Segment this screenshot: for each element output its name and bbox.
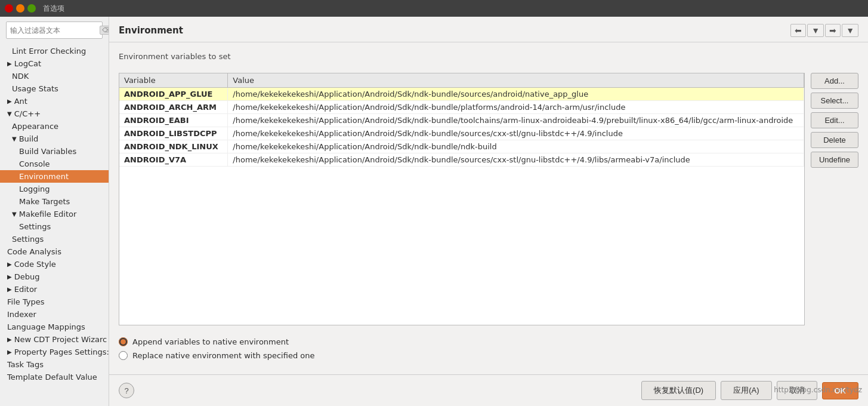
sidebar-item-template-default[interactable]: Template Default Value — [0, 371, 109, 383]
env-table-wrapper: Variable Value ANDROID_APP_GLUE/home/kek… — [119, 73, 805, 325]
sidebar-item-label: Build — [19, 134, 39, 143]
sidebar-item-label: Appearance — [12, 122, 58, 131]
col-header-value: Value — [228, 73, 804, 88]
table-cell-variable: ANDROID_EABI — [119, 114, 228, 127]
sidebar-item-label: Language Mappings — [7, 322, 85, 331]
minimize-button[interactable] — [16, 4, 24, 13]
expand-icon: ▼ — [12, 136, 17, 142]
undefine-button[interactable]: Undefine — [811, 152, 858, 168]
nav-forward-dropdown[interactable]: ▼ — [842, 24, 858, 37]
sidebar-item-property-pages[interactable]: ▶ Property Pages Settings: — [0, 346, 109, 358]
sidebar: ⌫ Lint Error Checking ▶ LogCat NDK Usage… — [0, 17, 109, 406]
sidebar-item-label: Build Variables — [19, 147, 76, 156]
sidebar-item-label: Makefile Editor — [19, 210, 77, 219]
table-cell-value: /home/kekekekekeshi/Application/Android/… — [228, 101, 804, 114]
section-label: Environment variables to set — [119, 52, 858, 61]
add-button[interactable]: Add... — [811, 73, 858, 89]
table-row[interactable]: ANDROID_APP_GLUE/home/kekekekekeshi/Appl… — [119, 88, 804, 101]
env-table: Variable Value ANDROID_APP_GLUE/home/kek… — [119, 73, 804, 167]
select-button[interactable]: Select... — [811, 93, 858, 109]
expand-icon: ▶ — [7, 336, 12, 343]
table-row[interactable]: ANDROID_V7A/home/kekekekekeshi/Applicati… — [119, 153, 804, 167]
table-cell-value: /home/kekekekekeshi/Application/Android/… — [228, 127, 804, 140]
table-cell-variable: ANDROID_NDK_LINUX — [119, 140, 228, 153]
col-header-variable: Variable — [119, 73, 228, 88]
window-controls — [5, 4, 36, 13]
content-area: ⌫ Lint Error Checking ▶ LogCat NDK Usage… — [0, 17, 868, 406]
filter-input[interactable] — [10, 26, 100, 35]
sidebar-item-label: Editor — [14, 285, 37, 294]
sidebar-item-ndk[interactable]: NDK — [0, 70, 109, 82]
table-cell-variable: ANDROID_V7A — [119, 153, 228, 167]
expand-icon: ▶ — [7, 98, 12, 104]
sidebar-item-label: Ant — [14, 97, 27, 106]
sidebar-item-task-tags[interactable]: Task Tags — [0, 358, 109, 371]
table-row[interactable]: ANDROID_NDK_LINUX/home/kekekekekeshi/App… — [119, 140, 804, 153]
sidebar-item-environment[interactable]: Environment — [0, 170, 109, 183]
filter-clear-button[interactable]: ⌫ — [100, 26, 109, 35]
apply-button[interactable]: 应用(A) — [721, 381, 771, 400]
nav-buttons: ⬅ ▼ ➡ ▼ — [790, 24, 858, 37]
table-cell-value: /home/kekekekekeshi/Application/Android/… — [228, 153, 804, 167]
edit-button[interactable]: Edit... — [811, 112, 858, 128]
sidebar-item-code-analysis[interactable]: Code Analysis — [0, 245, 109, 258]
close-button[interactable] — [5, 4, 13, 13]
radio-append-input[interactable] — [119, 337, 128, 346]
sidebar-item-label: Console — [19, 159, 50, 168]
sidebar-item-label: Settings — [19, 222, 51, 231]
table-row[interactable]: ANDROID_EABI/home/kekekekekeshi/Applicat… — [119, 114, 804, 127]
expand-icon: ▶ — [7, 273, 12, 280]
sidebar-item-build[interactable]: ▼ Build — [0, 133, 109, 145]
right-buttons: Add... Select... Edit... Delete Undefine — [811, 73, 858, 325]
radio-replace-input[interactable] — [119, 351, 128, 360]
nav-back-dropdown[interactable]: ▼ — [807, 24, 824, 37]
sidebar-item-console[interactable]: Console — [0, 158, 109, 170]
main-panel: Environment ⬅ ▼ ➡ ▼ Environment variable… — [109, 17, 868, 406]
sidebar-item-build-variables[interactable]: Build Variables — [0, 145, 109, 158]
sidebar-item-appearance[interactable]: Appearance — [0, 120, 109, 133]
sidebar-item-label: Make Targets — [19, 197, 70, 206]
sidebar-item-label: Code Analysis — [7, 247, 61, 256]
sidebar-item-label: Debug — [14, 272, 40, 281]
nav-forward-button[interactable]: ➡ — [825, 24, 841, 37]
nav-back-button[interactable]: ⬅ — [790, 24, 806, 37]
sidebar-item-label: New CDT Project Wizarc — [14, 335, 107, 344]
sidebar-item-indexer[interactable]: Indexer — [0, 308, 109, 321]
expand-icon: ▶ — [7, 261, 12, 267]
sidebar-item-label: LogCat — [14, 59, 41, 68]
table-row[interactable]: ANDROID_ARCH_ARM/home/kekekekekeshi/Appl… — [119, 101, 804, 114]
expand-icon: ▶ — [7, 286, 12, 293]
sidebar-item-logging[interactable]: Logging — [0, 183, 109, 195]
sidebar-item-debug[interactable]: ▶ Debug — [0, 270, 109, 283]
sidebar-item-make-targets[interactable]: Make Targets — [0, 195, 109, 208]
sidebar-item-makefile-editor[interactable]: ▼ Makefile Editor — [0, 208, 109, 220]
table-row[interactable]: ANDROID_LIBSTDCPP/home/kekekekekeshi/App… — [119, 127, 804, 140]
sidebar-item-settings-makefile[interactable]: Settings — [0, 220, 109, 233]
table-section: Variable Value ANDROID_APP_GLUE/home/kek… — [119, 73, 858, 325]
sidebar-item-label: Code Style — [14, 260, 56, 269]
sidebar-item-label: Logging — [19, 184, 50, 193]
sidebar-item-editor[interactable]: ▶ Editor — [0, 283, 109, 296]
restore-defaults-button[interactable]: 恢复默认值(D) — [641, 381, 716, 400]
expand-icon: ▼ — [12, 211, 17, 217]
sidebar-item-file-types[interactable]: File Types — [0, 296, 109, 308]
radio-append-label: Append variables to native environment — [132, 337, 289, 346]
maximize-button[interactable] — [27, 4, 36, 13]
window-title: 首选项 — [43, 4, 64, 14]
radio-replace-option[interactable]: Replace native environment with specifie… — [119, 351, 858, 360]
sidebar-item-label: Usage Stats — [12, 84, 58, 93]
sidebar-item-settings-cpp[interactable]: Settings — [0, 233, 109, 245]
sidebar-item-cpp[interactable]: ▼ C/C++ — [0, 107, 109, 120]
radio-append-option[interactable]: Append variables to native environment — [119, 337, 858, 346]
sidebar-item-new-cdt-project[interactable]: ▶ New CDT Project Wizarc — [0, 333, 109, 346]
sidebar-item-ant[interactable]: ▶ Ant — [0, 95, 109, 107]
sidebar-item-code-style[interactable]: ▶ Code Style — [0, 258, 109, 270]
delete-button[interactable]: Delete — [811, 132, 858, 148]
titlebar: 首选项 — [0, 0, 868, 17]
sidebar-item-language-mappings[interactable]: Language Mappings — [0, 321, 109, 333]
sidebar-item-lint-error-checking[interactable]: Lint Error Checking — [0, 45, 109, 57]
radio-section: Append variables to native environment R… — [119, 333, 858, 365]
sidebar-item-usage-stats[interactable]: Usage Stats — [0, 82, 109, 95]
help-button[interactable]: ? — [119, 383, 134, 398]
sidebar-item-logcat[interactable]: ▶ LogCat — [0, 57, 109, 70]
